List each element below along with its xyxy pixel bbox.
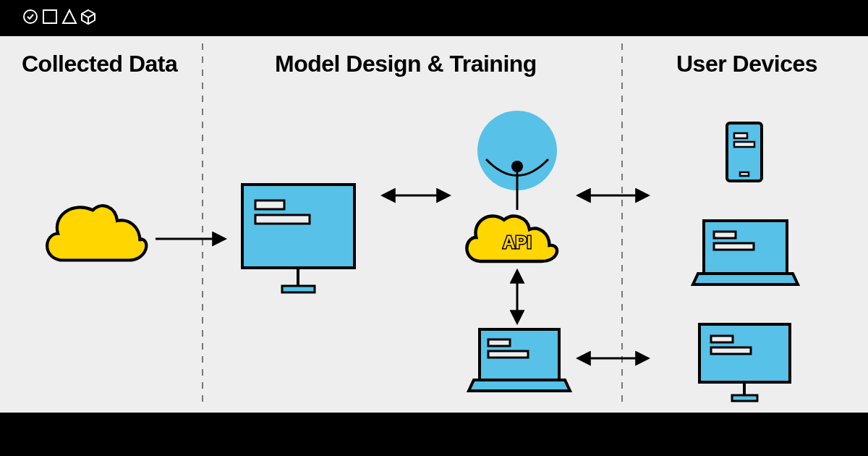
svg-point-11 — [511, 161, 523, 172]
svg-rect-23 — [711, 336, 733, 342]
design-monitor-icon — [242, 185, 354, 292]
svg-rect-17 — [734, 142, 754, 147]
user-desktop-icon — [699, 324, 790, 401]
logo-shapes-icon — [22, 8, 116, 28]
heading-user-devices: User Devices — [676, 51, 817, 77]
user-phone-icon — [727, 123, 762, 181]
heading-collected-data: Collected Data — [22, 51, 177, 77]
svg-rect-3 — [255, 200, 284, 209]
bottom-bar — [0, 413, 868, 456]
svg-rect-16 — [734, 133, 747, 138]
svg-rect-21 — [714, 243, 754, 250]
svg-rect-2 — [242, 185, 354, 268]
diagram-canvas: API — [0, 36, 868, 413]
svg-rect-1 — [43, 10, 56, 23]
svg-rect-24 — [711, 347, 751, 354]
collected-data-cloud-icon — [47, 206, 146, 260]
svg-point-0 — [24, 10, 37, 23]
user-laptop-icon — [693, 221, 798, 284]
api-cloud-icon: API — [467, 216, 557, 261]
svg-rect-18 — [740, 172, 749, 176]
svg-rect-4 — [255, 215, 310, 224]
svg-rect-13 — [488, 339, 510, 346]
api-stack: API — [467, 111, 557, 261]
heading-model-design: Model Design & Training — [275, 51, 537, 77]
svg-rect-10 — [282, 286, 315, 292]
engineering-laptop-icon — [469, 329, 570, 391]
svg-rect-26 — [732, 395, 757, 401]
api-label: API — [503, 232, 532, 252]
top-bar — [0, 0, 868, 36]
svg-rect-20 — [714, 232, 736, 238]
svg-rect-14 — [488, 351, 528, 358]
